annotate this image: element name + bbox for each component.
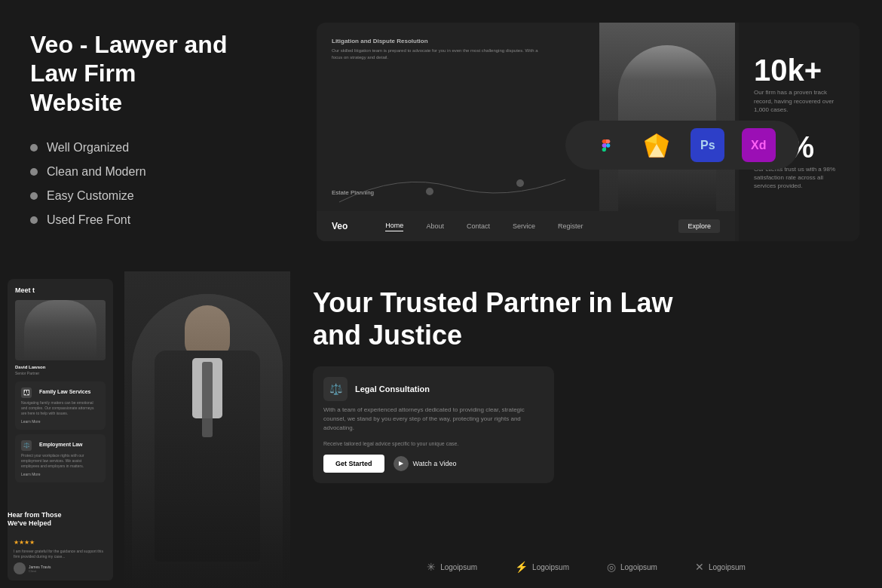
bottom-section: Meet t David Lawson Senior Partner 👨‍👩‍👧…	[0, 271, 882, 588]
reviewer-info: James Travis Client	[14, 562, 107, 574]
nav-link-contact[interactable]: Contact	[467, 222, 490, 230]
features-list: Well Organized Clean and Modern Easy Cus…	[30, 141, 241, 227]
nav-link-home[interactable]: Home	[385, 222, 403, 231]
left-panel: Veo - Lawyer and Law Firm Website Well O…	[30, 30, 241, 227]
nav-link-service[interactable]: Service	[513, 222, 535, 230]
lawyer-small-image	[15, 300, 106, 360]
feature-icon: ⚖️	[323, 377, 348, 401]
service-employment-title: Employment Law	[39, 442, 83, 447]
figma-icon	[589, 128, 623, 162]
service-family-title: Family Law Services	[39, 389, 90, 394]
hear-title: Hear from Those We've Helped	[8, 511, 113, 528]
reviewer-title: Client	[29, 569, 51, 573]
play-icon: ▶	[394, 456, 409, 471]
feature-item-1: Well Organized	[30, 141, 241, 155]
service-employment-desc: Protect your workplace rights with our e…	[21, 453, 100, 469]
logo-item-3: ◎ Logoipsum	[607, 561, 657, 573]
service-card-employment: ⚖️ Employment Law Protect your workplace…	[15, 434, 106, 482]
logo-symbol-4: ✕	[695, 561, 704, 573]
feature-card-header: ⚖️ Legal Consultation	[323, 377, 544, 401]
reviewer-avatar	[14, 562, 26, 574]
bottom-left-panel: Meet t David Lawson Senior Partner 👨‍👩‍👧…	[0, 271, 124, 588]
logo-item-2: ⚡ Logoipsum	[515, 561, 569, 573]
photoshop-icon: Ps	[691, 128, 724, 162]
logo-symbol-3: ◎	[607, 561, 616, 573]
main-person-image	[132, 294, 283, 588]
feature-item-2: Clean and Modern	[30, 165, 241, 179]
hear-section: Hear from Those We've Helped ★★★★ I am f…	[8, 511, 113, 580]
feature-item-4: Used Free Font	[30, 213, 241, 227]
service-family-link[interactable]: Learn More	[21, 419, 100, 424]
bullet-4	[30, 216, 38, 224]
review-card: ★★★★ I am forever grateful for the guida…	[8, 533, 113, 580]
bottom-right-content: Your Trusted Partner in Law and Justice …	[290, 271, 882, 588]
service-card-family: 👨‍👩‍👧 Family Law Services Navigating fam…	[15, 381, 106, 430]
stat-clients: 10k+	[754, 55, 844, 85]
xd-icon: Xd	[742, 128, 776, 162]
main-person-container	[124, 271, 290, 588]
get-started-button[interactable]: Get Started	[323, 455, 384, 473]
review-stars: ★★★★	[14, 539, 107, 546]
preview-desc: Our skilled litigation team is prepared …	[332, 47, 543, 61]
sketch-icon	[640, 128, 674, 162]
preview-content-left: Litigation and Dispute Resolution Our sk…	[332, 38, 543, 61]
bullet-1	[30, 144, 38, 152]
logo-symbol-2: ⚡	[515, 561, 528, 573]
svg-point-7	[516, 179, 524, 187]
buttons-row: Get Started ▶ Watch a Video	[323, 455, 544, 473]
bullet-3	[30, 192, 38, 200]
nav-cta-button[interactable]: Explore	[678, 219, 720, 233]
main-title: Veo - Lawyer and Law Firm Website	[30, 30, 241, 117]
section-label: Litigation and Dispute Resolution	[332, 38, 543, 44]
logo-symbol-1: ✳	[427, 561, 436, 573]
svg-point-6	[426, 188, 433, 195]
review-text: I am forever grateful for the guidance a…	[14, 549, 107, 559]
nav-logo: Veo	[332, 221, 348, 231]
meet-text: Meet t	[15, 286, 106, 294]
stat-clients-desc: Our firm has a proven track record, havi…	[754, 88, 844, 114]
reviewer-name: James Travis	[29, 565, 51, 569]
logo-bar: ✳ Logoipsum ⚡ Logoipsum ◎ Logoipsum ✕ Lo…	[290, 553, 882, 580]
lawyer-name: David Lawson	[15, 363, 106, 371]
feature-desc-sub: Receive tailored legal advice specific t…	[323, 440, 544, 449]
watch-video-button[interactable]: ▶ Watch a Video	[394, 456, 457, 471]
top-preview: Litigation and Dispute Resolution Our sk…	[317, 23, 859, 241]
bullet-2	[30, 168, 38, 176]
lawyer-title: Senior Partner	[15, 371, 106, 375]
logo-item-1: ✳ Logoipsum	[427, 561, 477, 573]
feature-item-3: Easy Customize	[30, 189, 241, 203]
service-family-desc: Navigating family matters can be emotion…	[21, 400, 100, 416]
logo-item-4: ✕ Logoipsum	[695, 561, 746, 573]
feature-title: Legal Consultation	[355, 384, 430, 394]
nav-link-register[interactable]: Register	[558, 222, 583, 230]
tools-bar: Ps Xd	[565, 121, 799, 170]
nav-link-about[interactable]: About	[426, 222, 444, 230]
service-feature-card: ⚖️ Legal Consultation With a team of exp…	[313, 366, 554, 483]
service-employment-link[interactable]: Learn More	[21, 472, 100, 476]
feature-desc-main: With a team of experienced attorneys ded…	[323, 406, 534, 433]
nav-preview: Veo Home About Contact Service Register …	[317, 211, 735, 241]
hero-title: Your Trusted Partner in Law and Justice	[313, 286, 675, 351]
